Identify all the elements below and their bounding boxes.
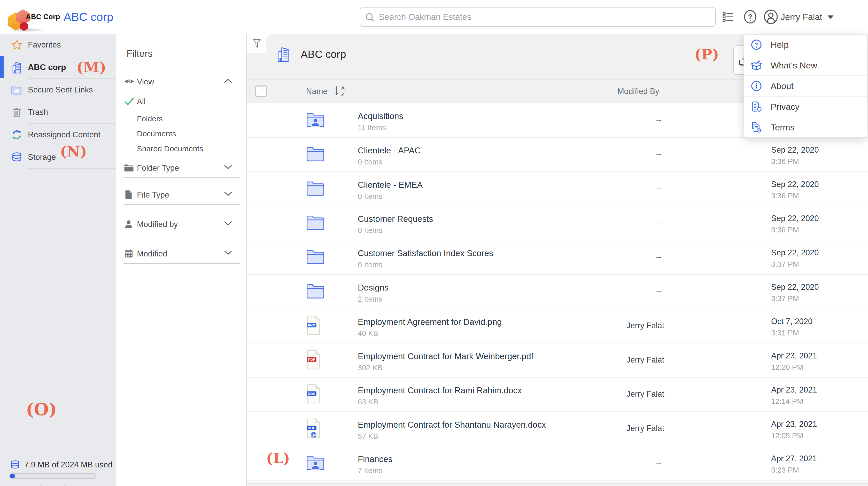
trash-size-link[interactable]: 28.6 KB in Trash	[9, 484, 68, 486]
database-icon	[11, 151, 23, 163]
svg-text:?: ?	[748, 13, 752, 21]
chevron-down-icon	[224, 250, 232, 256]
svg-text:DOC: DOC	[308, 426, 315, 430]
row-name: Employment Contract for Shantanu Narayen…	[358, 420, 546, 430]
sidebar-item-favorites[interactable]: Favorites	[0, 34, 116, 56]
row-subtext: 0 Items	[358, 226, 382, 235]
folder-icon	[306, 146, 325, 161]
row-date: Sep 22, 20203:37 PM	[771, 248, 819, 268]
sidebar-item-secure-sent-links[interactable]: Secure Sent Links	[0, 79, 116, 101]
table-row[interactable]: Clientele - EMEA 0 Items -- Sep 22, 2020…	[247, 172, 868, 206]
doc-globe-file-icon: DOC	[306, 418, 321, 438]
shared-folder-icon	[306, 111, 325, 127]
filter-section-folder-type[interactable]: Folder Type	[116, 161, 240, 176]
filter-section-label: Modified by	[137, 220, 178, 229]
row-date: Oct 7, 20203:31 PM	[771, 317, 812, 337]
sidebar-item-label: Reassigned Content	[28, 130, 100, 139]
svg-text:PNG: PNG	[308, 323, 315, 327]
svg-text:Z: Z	[341, 92, 344, 97]
table-row[interactable]: DOC Employment Contract for Shantanu Nar…	[247, 412, 868, 446]
search-icon	[365, 12, 375, 23]
chevron-down-icon	[224, 164, 232, 170]
filter-section-file-type[interactable]: File Type	[116, 188, 240, 203]
sidebar-item-trash[interactable]: Trash	[0, 101, 116, 123]
filter-toggle-tab[interactable]	[247, 34, 266, 53]
active-indicator	[0, 56, 4, 78]
row-subtext: 57 KB	[358, 432, 378, 441]
logo-text: ABC Corp	[26, 13, 60, 21]
svg-text:?: ?	[755, 41, 758, 47]
account-name-link[interactable]: ABC corp	[64, 10, 114, 24]
row-subtext: 40 KB	[358, 329, 378, 338]
filter-section-modified[interactable]: Modified	[116, 247, 240, 262]
table-row[interactable]: PDF Employment Contract for Mark Weinber…	[247, 344, 868, 378]
filters-panel: Filters View All Folders Documents Share…	[116, 34, 247, 486]
cloud-folder-icon	[11, 84, 23, 96]
filter-section-view[interactable]: View	[116, 75, 240, 90]
filter-section-modified-by[interactable]: Modified by	[116, 217, 240, 232]
row-subtext: 0 Items	[358, 158, 382, 166]
divider	[123, 91, 240, 91]
folder-solid-icon	[123, 162, 134, 172]
row-modified-by: --	[626, 252, 661, 262]
row-modified-by: --	[626, 218, 661, 227]
sidebar-item-storage[interactable]: Storage	[0, 146, 116, 168]
folder-icon	[306, 283, 325, 298]
table-row[interactable]: DOC Employment Contract for Rami Rahim.d…	[247, 378, 868, 412]
select-all-checkbox[interactable]	[255, 86, 267, 97]
filter-section-label: View	[137, 77, 154, 87]
row-name: Acquisitions	[358, 111, 403, 121]
terms-icon	[750, 121, 762, 133]
menu-item-whats-new[interactable]: What's New	[744, 55, 867, 76]
menu-item-privacy[interactable]: Privacy	[744, 97, 867, 117]
building-icon	[11, 61, 23, 73]
menu-item-help[interactable]: ? Help	[744, 35, 867, 55]
png-file-icon: PNG	[306, 315, 321, 335]
table-row[interactable]: Clientele - APAC 0 Items -- Sep 22, 2020…	[247, 138, 868, 172]
sort-az-icon[interactable]: A Z	[334, 85, 346, 97]
filter-view-documents[interactable]: Documents	[137, 129, 176, 138]
trash-icon	[11, 106, 23, 118]
user-name[interactable]: Jerry Falat	[781, 12, 822, 22]
pdf-file-icon: PDF	[306, 350, 321, 370]
filter-view-shared-documents[interactable]: Shared Documents	[137, 144, 203, 153]
database-small-icon	[10, 459, 20, 470]
row-modified-by: --	[626, 150, 661, 159]
storage-usage-text: 7.9 MB of 2024 MB used	[24, 460, 113, 469]
filter-view-all[interactable]: All	[137, 97, 146, 106]
row-modified-by: --	[626, 287, 661, 296]
divider	[123, 263, 240, 264]
column-header-name[interactable]: Name	[306, 87, 328, 96]
user-avatar-icon[interactable]	[764, 9, 778, 24]
user-caret-down-icon[interactable]	[827, 14, 834, 19]
column-header-modified-by[interactable]: Modified By	[617, 87, 659, 96]
table-row[interactable]: Customer Requests 0 Items -- Sep 22, 202…	[247, 206, 868, 240]
annotation-O: (O)	[26, 401, 57, 418]
menu-item-terms[interactable]: Terms	[744, 117, 867, 137]
row-subtext: 0 Items	[358, 192, 382, 201]
filters-title: Filters	[127, 48, 153, 59]
table-row[interactable]: Designs 2 Items -- Sep 22, 20203:37 PM	[247, 275, 868, 309]
sidebar-item-reassigned-content[interactable]: Reassigned Content	[0, 124, 116, 145]
row-date: Sep 22, 20203:37 PM	[771, 283, 819, 303]
menu-item-about[interactable]: About	[744, 76, 867, 97]
row-subtext: 302 KB	[358, 364, 382, 372]
search-bar[interactable]	[360, 7, 716, 27]
row-name: Clientele - EMEA	[358, 180, 423, 190]
annotation-N: (N)	[60, 144, 87, 159]
row-name: Customer Satisfaction Index Scores	[358, 249, 493, 258]
menu-item-label: About	[771, 81, 794, 91]
row-subtext: 7 Items	[358, 466, 382, 475]
storage-usage-block: 7.9 MB of 2024 MB used 28.6 KB in Trash …	[0, 457, 116, 486]
file-solid-icon	[123, 189, 134, 200]
table-row[interactable]: PNG Employment Agreement for David.png 4…	[247, 309, 868, 344]
search-input[interactable]	[360, 7, 716, 27]
help-button[interactable]: ?	[743, 9, 757, 24]
whats-new-icon	[750, 59, 762, 71]
row-name: Employment Contract for Mark Weinberger.…	[358, 352, 533, 361]
table-row[interactable]: Customer Satisfaction Index Scores 0 Ite…	[247, 240, 868, 275]
page-title: ABC corp	[301, 48, 346, 60]
view-list-button[interactable]	[722, 11, 734, 22]
table-row[interactable]: Finances 7 Items -- Apr 27, 20213:23 PM	[247, 446, 868, 481]
filter-view-folders[interactable]: Folders	[137, 115, 163, 123]
